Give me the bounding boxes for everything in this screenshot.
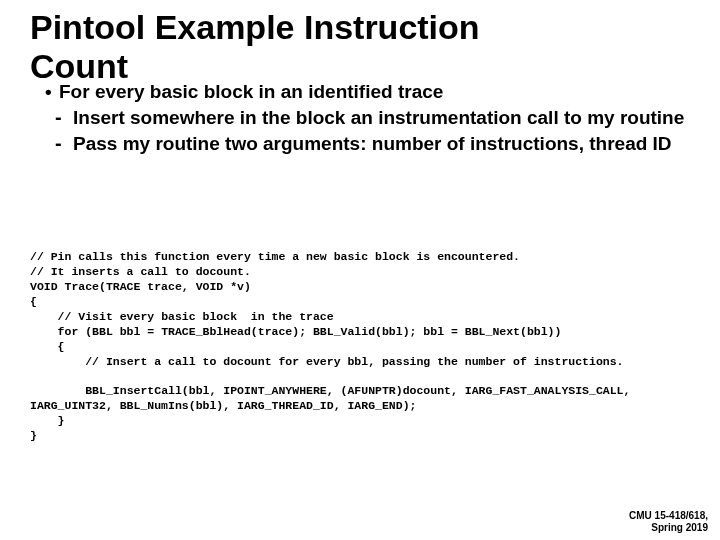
- footer-line-2: Spring 2019: [651, 522, 708, 533]
- code-block: // Pin calls this function every time a …: [30, 250, 690, 444]
- title-line-1: Pintool Example Instruction: [30, 8, 480, 46]
- footer: CMU 15-418/618, Spring 2019: [629, 510, 708, 534]
- sub-bullet-list: Insert somewhere in the block an instrum…: [51, 106, 690, 156]
- slide: Pintool Example Instruction Count For ev…: [0, 0, 720, 10]
- sub-bullet-1: Insert somewhere in the block an instrum…: [51, 106, 690, 130]
- main-bullet: For every basic block in an identified t…: [45, 80, 690, 104]
- sub-bullet-2: Pass my routine two arguments: number of…: [51, 132, 690, 156]
- footer-line-1: CMU 15-418/618,: [629, 510, 708, 521]
- body-text: For every basic block in an identified t…: [45, 80, 690, 155]
- slide-title: Pintool Example Instruction Count: [30, 8, 480, 86]
